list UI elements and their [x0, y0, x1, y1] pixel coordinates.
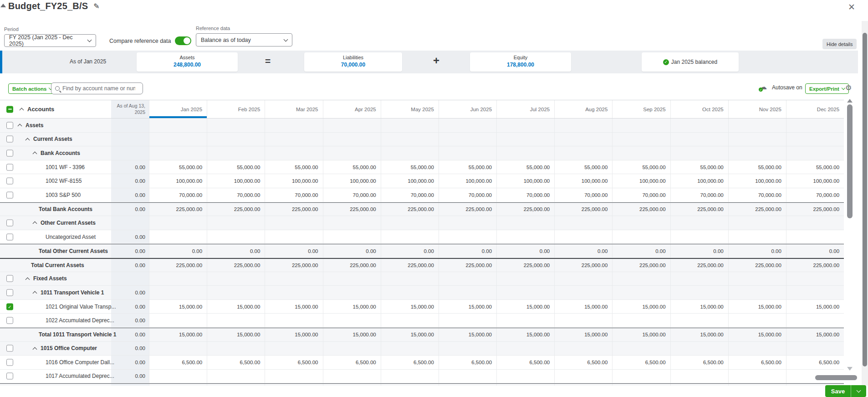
hide-details-button[interactable]: Hide details	[822, 39, 857, 49]
month-cell[interactable]	[265, 314, 322, 327]
month-cell[interactable]: 15,000.00	[265, 300, 322, 314]
month-cell[interactable]: 70,000.00	[728, 188, 786, 202]
column-header-feb-2025[interactable]: Feb 2025	[207, 100, 265, 118]
month-cell[interactable]: 6,500.00	[786, 356, 844, 369]
page-scroll-up-icon[interactable]	[0, 4, 6, 7]
month-cell[interactable]	[439, 314, 496, 327]
collapse-icon[interactable]	[33, 222, 37, 226]
month-cell[interactable]	[612, 370, 670, 383]
month-cell[interactable]: 55,000.00	[670, 160, 728, 174]
month-cell[interactable]: 6,500.00	[496, 356, 554, 369]
month-cell[interactable]: 100,000.00	[496, 174, 554, 188]
grid-horizontal-scrollbar-thumb[interactable]	[815, 375, 857, 380]
row-checkbox[interactable]	[6, 289, 13, 296]
collapse-all-icon[interactable]	[20, 108, 24, 113]
month-cell[interactable]	[265, 370, 322, 383]
search-input[interactable]	[62, 85, 135, 92]
column-header-aug-2025[interactable]: Aug 2025	[554, 100, 612, 118]
month-cell[interactable]: 100,000.00	[323, 174, 381, 188]
month-cell[interactable]: 6,500.00	[554, 356, 612, 369]
month-cell[interactable]	[612, 230, 670, 244]
month-cell[interactable]: 55,000.00	[496, 160, 554, 174]
month-cell[interactable]	[207, 370, 265, 383]
month-cell[interactable]	[496, 230, 554, 244]
page-scrollbar-thumb[interactable]	[863, 33, 867, 366]
month-cell[interactable]: 100,000.00	[554, 174, 612, 188]
month-cell[interactable]	[149, 370, 207, 383]
month-cell[interactable]	[381, 230, 439, 244]
month-cell[interactable]	[670, 314, 728, 327]
month-cell[interactable]: 6,500.00	[670, 356, 728, 369]
month-cell[interactable]: 55,000.00	[728, 160, 786, 174]
period-select[interactable]: FY 2025 (Jan 2025 - Dec 2025)	[4, 34, 96, 47]
month-cell[interactable]	[149, 314, 207, 327]
month-cell[interactable]: 70,000.00	[439, 188, 496, 202]
grid-vertical-scrollbar-thumb[interactable]	[847, 104, 853, 218]
month-cell[interactable]	[381, 370, 439, 383]
month-cell[interactable]: 15,000.00	[496, 300, 554, 314]
column-header-apr-2025[interactable]: Apr 2025	[323, 100, 381, 118]
month-cell[interactable]: 55,000.00	[381, 160, 439, 174]
month-cell[interactable]: 100,000.00	[149, 174, 207, 188]
month-cell[interactable]: 6,500.00	[265, 356, 322, 369]
row-checkbox[interactable]	[6, 233, 13, 240]
month-cell[interactable]: 70,000.00	[207, 188, 265, 202]
month-cell[interactable]: 70,000.00	[323, 188, 381, 202]
gear-icon[interactable]: ⚙	[845, 83, 852, 92]
month-cell[interactable]: 100,000.00	[207, 174, 265, 188]
month-cell[interactable]: 15,000.00	[323, 300, 381, 314]
month-cell[interactable]: 15,000.00	[728, 300, 786, 314]
row-checkbox[interactable]	[6, 136, 13, 143]
column-header-jun-2025[interactable]: Jun 2025	[439, 100, 496, 118]
month-cell[interactable]	[207, 230, 265, 244]
row-checkbox[interactable]: ✓	[6, 303, 13, 310]
month-cell[interactable]: 6,500.00	[207, 356, 265, 369]
month-cell[interactable]	[323, 230, 381, 244]
month-cell[interactable]	[554, 370, 612, 383]
month-cell[interactable]	[265, 230, 322, 244]
row-checkbox[interactable]	[6, 373, 13, 380]
edit-title-icon[interactable]: ✎	[93, 2, 99, 10]
month-cell[interactable]: 100,000.00	[439, 174, 496, 188]
row-checkbox[interactable]	[6, 219, 13, 226]
month-cell[interactable]	[612, 314, 670, 327]
month-cell[interactable]	[496, 314, 554, 327]
collapse-icon[interactable]	[33, 291, 37, 296]
month-cell[interactable]: 6,500.00	[381, 356, 439, 369]
export-print-button[interactable]: Export/Print	[805, 83, 849, 94]
month-cell[interactable]	[496, 370, 554, 383]
month-cell[interactable]: 55,000.00	[439, 160, 496, 174]
reference-data-select[interactable]: Balance as of today	[196, 33, 292, 46]
grid-vertical-scrollbar[interactable]	[846, 98, 854, 371]
month-cell[interactable]: 55,000.00	[265, 160, 322, 174]
column-header-jul-2025[interactable]: Jul 2025	[496, 100, 554, 118]
month-cell[interactable]	[439, 370, 496, 383]
month-cell[interactable]: 15,000.00	[612, 300, 670, 314]
month-cell[interactable]: 55,000.00	[786, 160, 844, 174]
row-checkbox[interactable]	[6, 164, 13, 170]
row-checkbox[interactable]	[6, 122, 13, 129]
month-cell[interactable]: 70,000.00	[670, 188, 728, 202]
month-cell[interactable]: 70,000.00	[786, 188, 844, 202]
month-cell[interactable]	[728, 370, 786, 383]
month-cell[interactable]: 70,000.00	[612, 188, 670, 202]
month-cell[interactable]	[149, 230, 207, 244]
month-cell[interactable]: 15,000.00	[381, 300, 439, 314]
column-header-sep-2025[interactable]: Sep 2025	[612, 100, 670, 118]
month-cell[interactable]: 55,000.00	[207, 160, 265, 174]
save-options-button[interactable]	[851, 385, 866, 397]
month-cell[interactable]	[728, 314, 786, 327]
month-cell[interactable]	[439, 230, 496, 244]
month-cell[interactable]: 100,000.00	[265, 174, 322, 188]
batch-actions-button[interactable]: Batch actions	[8, 83, 56, 94]
month-cell[interactable]: 55,000.00	[554, 160, 612, 174]
scroll-up-icon[interactable]	[847, 99, 853, 103]
row-checkbox[interactable]	[6, 150, 13, 156]
month-cell[interactable]	[786, 314, 844, 327]
month-cell[interactable]: 100,000.00	[786, 174, 844, 188]
month-cell[interactable]: 70,000.00	[265, 188, 322, 202]
row-checkbox[interactable]	[6, 359, 13, 366]
row-checkbox[interactable]	[6, 275, 13, 282]
month-cell[interactable]: 100,000.00	[670, 174, 728, 188]
month-cell[interactable]	[323, 314, 381, 327]
